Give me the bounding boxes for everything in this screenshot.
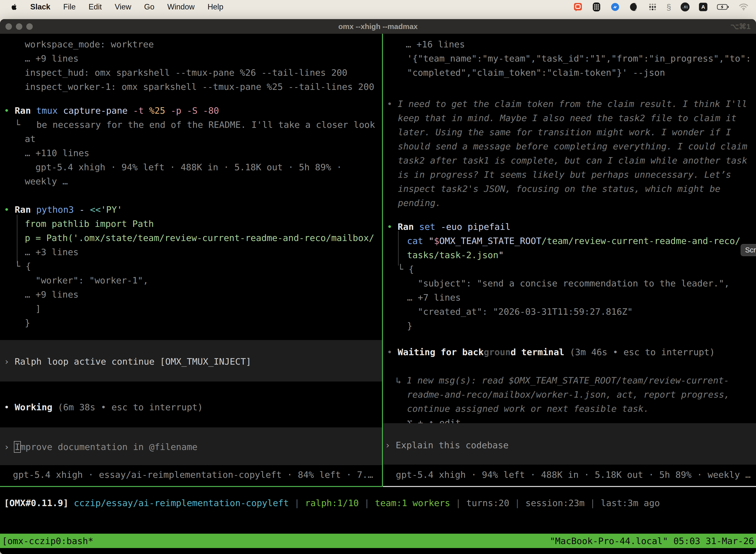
text-segment: at	[25, 134, 36, 144]
grid-shield-icon[interactable]	[592, 1, 601, 12]
menu-item-window[interactable]: Window	[167, 2, 194, 11]
terminal-line: continue assigned work or next feasible …	[383, 402, 756, 416]
text-segment: |	[590, 498, 601, 508]
apple-menu-icon[interactable]	[10, 1, 17, 12]
hook-icon[interactable]: §	[667, 1, 671, 12]
terminal-block: › Ralph loop active continue [OMX_TMUX_I…	[0, 354, 382, 369]
text-segment: -euo pipefail	[441, 222, 511, 232]
messenger-icon[interactable]	[611, 1, 620, 12]
text-segment: "completed","claim_token":"claim-token"}…	[407, 67, 665, 78]
text-segment: later. Using the same for transition mig…	[398, 127, 731, 137]
menu-bar-status-icons: § ..61 A	[573, 1, 749, 12]
terminal-line: should send a message before completing …	[383, 139, 756, 153]
terminal-block: › Improve documentation in @filename	[0, 440, 382, 454]
terminal-line: "completed","claim_token":"claim-token"}…	[383, 65, 756, 80]
tmux-status-bar: [omx-cczip0:bash* "MacBook-Pro-44.local"…	[0, 534, 756, 548]
text-segment: gpt-5.4 xhigh · 94% left · 488K in · 5.1…	[396, 469, 751, 480]
text-segment: task2 after task1 is complete, but can I…	[398, 155, 747, 166]
terminal-line: ]	[0, 301, 382, 316]
text-segment: capture-pane	[63, 106, 133, 116]
terminal-content: workspace_mode: worktree… +9 linesinspec…	[0, 34, 756, 554]
text-segment: Ran	[397, 222, 419, 232]
dots-grid-icon[interactable]	[648, 1, 657, 12]
terminal-block: … +16 lines'{"team_name":"my-team","task…	[383, 37, 756, 80]
text-segment: [OMX#0.11.9]	[4, 498, 74, 508]
tmux-host-clock-label: "MacBook-Pro-44.local" 05:03 31-Mar-26	[550, 536, 754, 546]
right-terminal-pane[interactable]: … +16 lines'{"team_name":"my-team","task…	[383, 34, 756, 486]
terminal-line: "subject": "send a concise recommendatio…	[383, 276, 756, 290]
text-segment: "worker": "worker-1",	[36, 275, 148, 285]
menu-item-view[interactable]: View	[115, 2, 131, 11]
text-segment: •	[4, 106, 15, 116]
terminal-line: › Explain this codebase	[383, 438, 756, 452]
text-segment: }	[407, 321, 413, 331]
text-segment: "	[429, 236, 434, 246]
terminal-block: • Working (6m 38s • esc to interrupt)	[0, 400, 382, 414]
text-segment: Explain this codebase	[396, 440, 508, 450]
wifi-icon[interactable]	[739, 1, 749, 12]
text-segment: <<	[90, 205, 101, 215]
menu-item-file[interactable]: File	[63, 2, 76, 11]
terminal-line: at	[0, 132, 382, 146]
text-segment: '{"team_name":"my-team","task_id":"1","f…	[407, 53, 751, 63]
text-segment: tasks/task-2.json	[407, 250, 498, 260]
minimize-button[interactable]	[16, 23, 22, 30]
chat-app-icon[interactable]	[573, 1, 583, 12]
terminal-block: • Ran set -euo pipefailcat "$OMX_TEAM_ST…	[383, 220, 756, 333]
text-segment: inspect_worker-1: omx sparkshell --tmux-…	[25, 82, 374, 92]
text-segment: ›	[385, 440, 396, 450]
text-segment: gpt-5.4 xhigh · 94% left · 488K in · 5.1…	[36, 162, 342, 172]
text-segment: •	[387, 99, 397, 109]
zoom-button[interactable]	[26, 23, 33, 30]
screen-tooltip: Scre	[741, 244, 756, 256]
terminal-line: "created_at": "2026-03-31T11:59:27.816Z"	[383, 304, 756, 319]
text-segment: ↳ 1 new msg(s): read $OMX_TEAM_STATE_ROO…	[396, 375, 729, 385]
menu-item-help[interactable]: Help	[208, 2, 224, 11]
close-button[interactable]	[5, 23, 12, 30]
text-segment: p = Path('.omx/state/team/review-current…	[25, 233, 374, 243]
text-segment: /team/review-current-readme-and-reco/	[542, 236, 740, 246]
terminal-line: … +16 lines	[383, 37, 756, 51]
terminal-line: }	[383, 319, 756, 333]
window-title-bar: omx --xhigh --madmax ⌥⌘1	[0, 19, 756, 34]
terminal-line: }	[0, 316, 382, 330]
text-segment: -	[79, 205, 90, 215]
text-segment: •	[4, 205, 15, 215]
menu-item-go[interactable]: Go	[144, 2, 154, 11]
menu-item-edit[interactable]: Edit	[88, 2, 102, 11]
terminal-line: cat "$OMX_TEAM_STATE_ROOT/team/review-cu…	[383, 234, 756, 248]
badge-61-icon[interactable]: ..61	[681, 1, 690, 12]
text-segment: ›	[4, 442, 15, 452]
text-segment: tmux	[36, 106, 63, 116]
text-segment: "	[498, 250, 504, 260]
terminal-line: … +7 lines	[383, 290, 756, 304]
text-segment: Ran	[15, 106, 36, 116]
text-segment: inspect_hud: omx sparkshell --tmux-pane …	[25, 67, 347, 78]
text-segment: from pathlib import Path	[25, 219, 154, 229]
terminal-block: • Ran python3 - <<'PY'from pathlib impor…	[0, 203, 382, 330]
terminal-line: inspect task2's JSON, focusing on the st…	[383, 182, 756, 196]
terminal-block: gpt-5.4 xhigh · 94% left · 488K in · 5.1…	[383, 467, 756, 482]
input-source-icon[interactable]: A	[699, 1, 707, 12]
text-segment: Waiting for back	[397, 347, 484, 357]
terminal-line: gpt-5.4 xhigh · 94% left · 488K in · 5.1…	[383, 467, 756, 482]
text-segment: └ be necessary for the end of the README…	[15, 120, 375, 130]
moon-app-icon[interactable]	[629, 1, 639, 12]
text-segment: pending.	[398, 198, 441, 208]
text-segment: mprove documentation in @filename	[20, 442, 197, 452]
menu-bar-left: Slack FileEditViewGoWindowHelp	[10, 1, 223, 12]
terminal-line: … +3 lines	[0, 245, 382, 259]
text-segment: session:23m	[525, 498, 590, 508]
terminal-line: • Waiting for background terminal (3m 46…	[383, 345, 756, 359]
text-segment: •	[387, 222, 397, 232]
right-pane-bottom-border	[383, 486, 756, 487]
menu-item-app[interactable]: Slack	[30, 2, 50, 11]
battery-icon[interactable]	[717, 1, 729, 12]
text-segment: is in progress? It seems likely but perh…	[398, 170, 731, 180]
left-terminal-pane[interactable]: workspace_mode: worktree… +9 linesinspec…	[0, 34, 382, 486]
text-segment: keep that in mind. Maybe I also need the…	[398, 113, 737, 123]
text-segment: ›	[4, 356, 15, 367]
terminal-line: pending.	[383, 196, 756, 210]
text-segment: ]	[36, 303, 41, 314]
terminal-line: › Ralph loop active continue [OMX_TMUX_I…	[0, 354, 382, 369]
